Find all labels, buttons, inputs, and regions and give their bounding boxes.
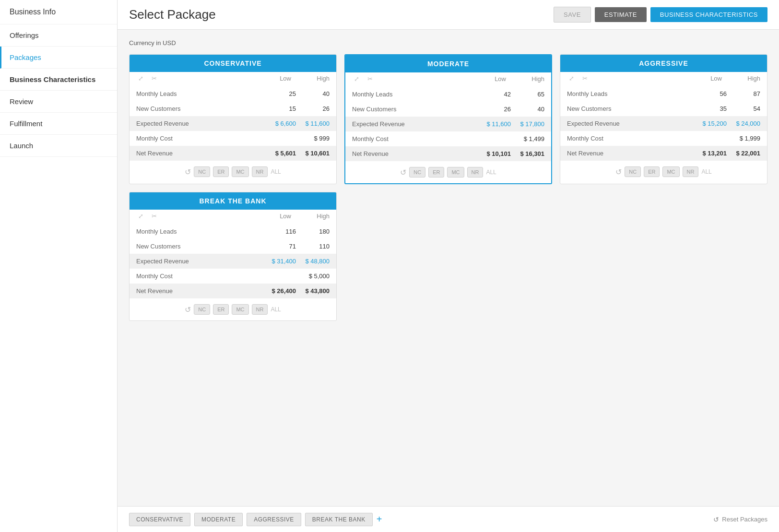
- row-val-cost-aggressive: $ 1,999: [693, 135, 760, 142]
- row-val-cost-conservative: $ 999: [262, 135, 330, 142]
- page-header: Select Package SAVE ESTIMATE BUSINESS CH…: [118, 0, 779, 30]
- package-card-break-the-bank[interactable]: BREAK THE BANK ⤢ ✂ Low High Monthly Lead…: [129, 192, 337, 321]
- row-low-net-revenue-conservative: $ 5,601: [262, 150, 296, 157]
- row-high-net-revenue-break-the-bank: $ 43,800: [296, 287, 330, 295]
- btn-nc-aggressive[interactable]: NC: [625, 166, 641, 177]
- row-low-revenue-moderate: $ 11,600: [477, 120, 511, 128]
- row-label-revenue-conservative: Expected Revenue: [136, 120, 262, 127]
- reset-packages-button[interactable]: ↺ Reset Packages: [713, 516, 767, 523]
- sidebar-item-launch[interactable]: Launch: [0, 135, 117, 157]
- row-cost-aggressive: Monthly Cost$ 1,999: [560, 131, 767, 146]
- save-button[interactable]: SAVE: [554, 7, 591, 23]
- row-label-net-revenue-moderate: Net Revenue: [352, 150, 477, 157]
- col-low-label: Low: [258, 213, 291, 220]
- row-leads-break-the-bank: Monthly Leads116180: [130, 224, 336, 239]
- btn-mc-break-the-bank[interactable]: MC: [232, 304, 248, 315]
- col-high-label: High: [511, 75, 544, 83]
- btn-er-break-the-bank[interactable]: ER: [213, 304, 229, 315]
- header-buttons: SAVE ESTIMATE BUSINESS CHARACTERISTICS: [554, 7, 767, 23]
- col-low-label: Low: [258, 75, 291, 82]
- row-label-cost-break-the-bank: Monthly Cost: [136, 272, 262, 280]
- expand-icon[interactable]: ⤢: [136, 212, 145, 220]
- btn-nr-aggressive[interactable]: NR: [683, 166, 699, 177]
- btn-nc-break-the-bank[interactable]: NC: [194, 304, 210, 315]
- package-header-aggressive: AGGRESSIVE: [560, 55, 767, 72]
- package-body-moderate: ⤢ ✂ Low High Monthly Leads4265New Custom…: [345, 72, 551, 183]
- refresh-icon[interactable]: ↺: [185, 305, 191, 314]
- package-body-break-the-bank: ⤢ ✂ Low High Monthly Leads116180New Cust…: [130, 210, 336, 320]
- bottom-tab-moderate[interactable]: MODERATE: [194, 513, 243, 526]
- row-low-revenue-aggressive: $ 15,200: [693, 120, 727, 127]
- btn-mc-conservative[interactable]: MC: [232, 166, 248, 177]
- cut-icon[interactable]: ✂: [150, 212, 158, 220]
- add-package-button[interactable]: +: [377, 513, 382, 526]
- btn-all-conservative[interactable]: ALL: [271, 168, 281, 175]
- row-low-net-revenue-aggressive: $ 13,201: [693, 150, 727, 157]
- row-cost-break-the-bank: Monthly Cost$ 5,000: [130, 269, 336, 284]
- package-card-moderate[interactable]: MODERATE ⤢ ✂ Low High Monthly Leads4265N…: [344, 54, 552, 184]
- btn-nr-conservative[interactable]: NR: [252, 166, 268, 177]
- row-low-net-revenue-break-the-bank: $ 26,400: [262, 287, 296, 295]
- package-header-break-the-bank: BREAK THE BANK: [130, 192, 336, 210]
- btn-nc-moderate[interactable]: NC: [409, 167, 425, 177]
- btn-all-break-the-bank[interactable]: ALL: [271, 306, 281, 313]
- row-label-revenue-aggressive: Expected Revenue: [567, 120, 693, 127]
- row-leads-aggressive: Monthly Leads5687: [560, 86, 767, 101]
- sidebar-item-business-characteristics[interactable]: Business Characteristics: [0, 69, 117, 91]
- row-low-customers-moderate: 26: [477, 106, 511, 113]
- row-customers-break-the-bank: New Customers71110: [130, 239, 336, 254]
- cut-icon[interactable]: ✂: [580, 74, 589, 83]
- btn-mc-aggressive[interactable]: MC: [662, 166, 679, 177]
- sidebar-item-offerings[interactable]: Offerings: [0, 24, 117, 47]
- sidebar-item-fulfillment[interactable]: Fulfillment: [0, 113, 117, 135]
- bottom-tab-break-the-bank[interactable]: BREAK THE BANK: [305, 513, 373, 526]
- btn-er-conservative[interactable]: ER: [213, 166, 229, 177]
- package-card-conservative[interactable]: CONSERVATIVE ⤢ ✂ Low High Monthly Leads2…: [129, 54, 337, 184]
- btn-mc-moderate[interactable]: MC: [447, 167, 464, 177]
- row-high-revenue-break-the-bank: $ 48,800: [296, 258, 330, 265]
- btn-nr-break-the-bank[interactable]: NR: [252, 304, 268, 315]
- row-label-net-revenue-aggressive: Net Revenue: [567, 150, 693, 157]
- package-buttons-conservative: ↺NCERMCNRALL: [130, 161, 336, 183]
- refresh-icon[interactable]: ↺: [185, 167, 191, 177]
- bottom-tab-aggressive[interactable]: AGGRESSIVE: [247, 513, 301, 526]
- sidebar-item-business-info[interactable]: Business Info: [0, 0, 117, 24]
- btn-er-aggressive[interactable]: ER: [644, 166, 660, 177]
- package-grid-top: CONSERVATIVE ⤢ ✂ Low High Monthly Leads2…: [129, 54, 767, 184]
- col-low-label: Low: [688, 75, 722, 82]
- sidebar-item-packages[interactable]: Packages: [0, 47, 117, 69]
- package-icons-break-the-bank: ⤢ ✂ Low High: [130, 210, 336, 224]
- main-panel: Select Package SAVE ESTIMATE BUSINESS CH…: [118, 0, 779, 532]
- sidebar-item-review[interactable]: Review: [0, 91, 117, 113]
- row-label-customers-aggressive: New Customers: [567, 105, 693, 112]
- btn-er-moderate[interactable]: ER: [428, 167, 444, 177]
- row-label-customers-conservative: New Customers: [136, 105, 262, 112]
- bottom-bar: CONSERVATIVEMODERATEAGGRESSIVEBREAK THE …: [118, 506, 779, 532]
- btn-nc-conservative[interactable]: NC: [194, 166, 210, 177]
- row-high-revenue-moderate: $ 17,800: [511, 120, 544, 128]
- cut-icon[interactable]: ✂: [366, 74, 374, 83]
- currency-label: Currency in USD: [129, 39, 767, 47]
- row-label-leads-moderate: Monthly Leads: [352, 91, 477, 98]
- business-characteristics-button[interactable]: BUSINESS CHARACTERISTICS: [650, 7, 767, 22]
- cut-icon[interactable]: ✂: [150, 74, 158, 83]
- estimate-button[interactable]: ESTIMATE: [595, 7, 647, 22]
- btn-all-aggressive[interactable]: ALL: [701, 168, 711, 175]
- btn-all-moderate[interactable]: ALL: [486, 169, 496, 176]
- refresh-icon[interactable]: ↺: [400, 168, 406, 177]
- expand-icon[interactable]: ⤢: [352, 74, 361, 83]
- expand-icon[interactable]: ⤢: [567, 74, 576, 83]
- col-low-label: Low: [472, 75, 506, 83]
- bottom-tab-conservative[interactable]: CONSERVATIVE: [129, 513, 190, 526]
- btn-nr-moderate[interactable]: NR: [467, 167, 484, 177]
- row-net-revenue-aggressive: Net Revenue$ 13,201$ 22,001: [560, 146, 767, 161]
- package-card-aggressive[interactable]: AGGRESSIVE ⤢ ✂ Low High Monthly Leads568…: [560, 54, 767, 184]
- row-val-cost-break-the-bank: $ 5,000: [262, 272, 330, 280]
- row-low-leads-conservative: 25: [262, 90, 296, 97]
- expand-icon[interactable]: ⤢: [136, 74, 145, 83]
- col-high-label: High: [296, 213, 330, 220]
- row-high-revenue-conservative: $ 11,600: [296, 120, 330, 127]
- package-icons-conservative: ⤢ ✂ Low High: [130, 72, 336, 86]
- row-high-leads-conservative: 40: [296, 90, 330, 97]
- refresh-icon[interactable]: ↺: [615, 167, 622, 177]
